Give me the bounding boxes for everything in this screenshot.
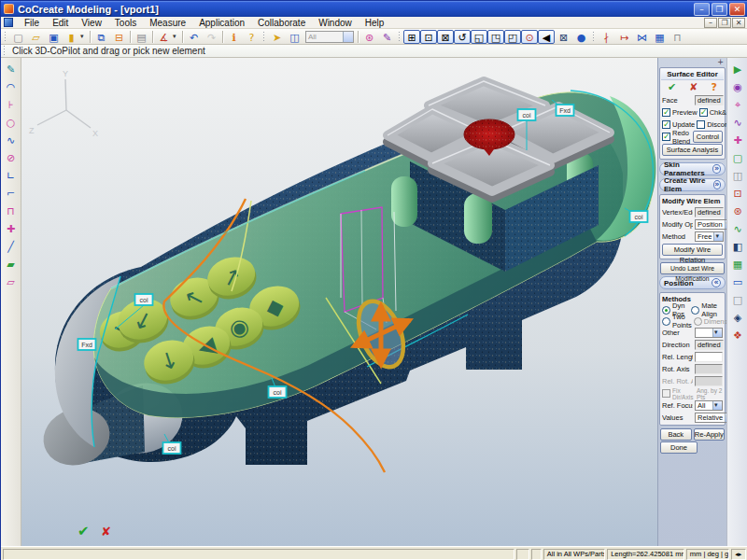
done-button[interactable]: Done (660, 441, 698, 454)
delete-dropdown-caret[interactable]: ▾ (80, 30, 88, 44)
menu-collaborate[interactable]: Collaborate (251, 17, 312, 29)
wire-spline-icon[interactable]: ∿ (729, 114, 746, 131)
new-button[interactable]: ▢ (9, 30, 27, 44)
render-sphere-button[interactable]: ● (572, 30, 590, 44)
undo-button[interactable]: ↶ (185, 30, 203, 44)
trim-tool-icon[interactable]: ⊘ (3, 149, 20, 166)
arc-tool-icon[interactable]: ◠ (3, 78, 20, 95)
surface-analysis-button[interactable]: Surface Analysis (662, 144, 723, 156)
disconnect-checkbox[interactable] (697, 120, 705, 129)
3d-viewport[interactable]: Y Z X (21, 58, 657, 546)
face-tool-icon[interactable]: ▱ (3, 273, 20, 290)
mdi-restore-button[interactable]: ❐ (718, 18, 731, 28)
zoom-box-button[interactable]: ⊡ (420, 30, 437, 44)
menu-window[interactable]: Window (312, 17, 359, 29)
head-pillar[interactable] (391, 176, 417, 227)
two-points-radio[interactable] (662, 317, 670, 326)
mdi-close-button[interactable]: ✕ (732, 18, 745, 28)
expand-icon[interactable]: » (712, 164, 721, 174)
menu-edit[interactable]: Edit (46, 17, 75, 29)
part-box-icon[interactable]: ◫ (729, 167, 746, 184)
plane-tool-icon[interactable]: ▭ (729, 273, 746, 290)
redo-button[interactable]: ↷ (203, 30, 220, 44)
menu-file[interactable]: File (18, 17, 46, 29)
position-section[interactable]: Position « (659, 276, 726, 289)
expand-icon[interactable]: » (713, 180, 721, 189)
blend-tool-icon[interactable]: ⊛ (729, 203, 746, 219)
fit-view-button[interactable]: ⊞ (403, 30, 420, 44)
dropdown-arrow-icon[interactable] (712, 329, 722, 337)
toolbar-grip[interactable] (262, 31, 266, 43)
view-front-button[interactable]: ◱ (471, 30, 487, 44)
fillet-tool-icon[interactable]: ⌐ (3, 185, 20, 202)
rotate-view-button[interactable]: ↺ (454, 30, 471, 44)
help-icon[interactable]: ? (712, 81, 717, 93)
grid-button[interactable]: ▦ (651, 30, 669, 44)
cross-tool-icon[interactable]: ✚ (3, 220, 20, 237)
prev-view-button[interactable]: ◀ (538, 30, 555, 44)
camera-button[interactable]: ⊠ (555, 30, 572, 44)
toolbar-grip[interactable] (398, 31, 402, 43)
ref-focus-dropdown[interactable]: All (695, 400, 723, 411)
chkfix-checkbox[interactable] (699, 108, 708, 117)
sketch-pencil-icon[interactable]: ✎ (3, 61, 20, 77)
skin-parameters-section[interactable]: Skin Parameters » (659, 162, 726, 175)
save-button[interactable]: ▣ (45, 30, 63, 44)
view-orbit-icon[interactable]: ◉ (729, 78, 746, 95)
menu-view[interactable]: View (75, 17, 108, 29)
info-button[interactable]: ℹ (225, 30, 243, 44)
selection-filter-combobox[interactable]: All (305, 31, 354, 43)
line-perp-tool-icon[interactable]: ⊦ (3, 96, 20, 113)
sketch-mode-button[interactable]: ✎ (378, 30, 396, 44)
collapse-icon[interactable]: « (712, 278, 721, 287)
sheet-tool-icon[interactable]: □ (729, 291, 746, 308)
dynamic-relations-button[interactable]: ⊛ (360, 30, 378, 44)
slot-tool-icon[interactable]: ⊓ (3, 203, 20, 219)
ok-icon[interactable]: ✔ (668, 81, 676, 93)
circle-tool-icon[interactable]: ○ (3, 114, 20, 131)
viewport-cancel-icon[interactable]: ✘ (101, 525, 111, 539)
status-pager[interactable]: ◂▸ (731, 549, 746, 560)
corner-tool-icon[interactable]: ∟ (3, 167, 20, 184)
prompt-grip[interactable] (3, 45, 7, 57)
diamond-tool-icon[interactable]: ◈ (729, 309, 746, 326)
control-button[interactable]: Control (693, 131, 723, 143)
play-macro-icon[interactable]: ▶ (729, 61, 746, 77)
measure-button[interactable]: ∡ (155, 30, 173, 44)
curve-tool-icon[interactable]: ∿ (729, 220, 746, 237)
spin-view-button[interactable]: ⊙ (521, 30, 538, 44)
viewport-confirm-icon[interactable]: ✔ (78, 523, 90, 539)
menu-measure[interactable]: Measure (143, 17, 192, 29)
cancel-icon[interactable]: ✘ (689, 81, 698, 93)
mdi-child-icon[interactable] (4, 18, 13, 27)
modify-wire-relation-button[interactable]: Modify Wire Relation (662, 244, 723, 256)
menu-tools[interactable]: Tools (108, 17, 143, 29)
copy-button[interactable]: ⧉ (92, 30, 110, 44)
view-iso-button[interactable]: ◰ (504, 30, 521, 44)
menu-help[interactable]: Help (359, 17, 391, 29)
minimize-button[interactable]: – (694, 3, 710, 16)
redo-blend-checkbox[interactable] (662, 133, 670, 141)
title-bar[interactable]: CoCreate Modeling - [vport1] – ❐ ✕ (1, 1, 747, 17)
dyn-pos-radio[interactable] (662, 306, 670, 315)
delete-button[interactable]: ▮ (63, 30, 80, 44)
measure-dropdown-caret[interactable]: ▾ (173, 30, 180, 44)
update-checkbox[interactable] (662, 120, 670, 129)
mate-align-radio[interactable] (691, 306, 699, 315)
combobox-arrow-icon[interactable] (343, 32, 353, 42)
restore-button[interactable]: ❐ (712, 3, 727, 16)
reapply-button[interactable]: Re-Apply (694, 428, 726, 441)
add-geometry-icon[interactable]: ✚ (729, 132, 746, 148)
clip-cross-button[interactable]: ⋈ (633, 30, 651, 44)
other-dropdown[interactable] (695, 328, 723, 338)
mesh-surface-icon[interactable]: ▦ (729, 256, 746, 273)
help-button[interactable]: ? (243, 30, 261, 44)
rel-length-field[interactable] (695, 352, 723, 362)
menu-application[interactable]: Application (192, 17, 251, 29)
preview-checkbox[interactable] (662, 108, 670, 117)
spline-tool-icon[interactable]: ∿ (3, 132, 20, 148)
shade-half-icon[interactable]: ◧ (729, 238, 746, 255)
machine-tool-icon[interactable]: ⊡ (729, 185, 746, 202)
create-wire-section[interactable]: Create Wire Elem » (659, 178, 726, 191)
toolbar-grip[interactable] (4, 31, 7, 43)
